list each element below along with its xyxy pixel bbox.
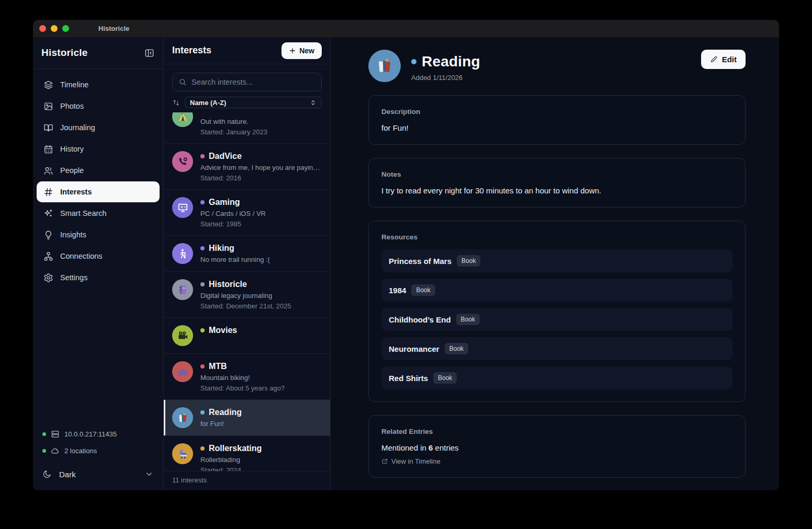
interest-list-item[interactable]: Reading for Fun! bbox=[164, 400, 330, 436]
status-icon bbox=[51, 430, 60, 439]
sidebar-item[interactable]: Connections bbox=[37, 246, 160, 267]
interest-avatar bbox=[172, 279, 193, 300]
resources-list: Princess of Mars Book 1984 Book Childhoo… bbox=[381, 249, 732, 389]
added-date: Added 1/11/2026 bbox=[411, 74, 480, 82]
new-interest-button[interactable]: New bbox=[281, 42, 322, 59]
sidebar-item-icon bbox=[43, 251, 53, 261]
theme-selector[interactable]: Dark bbox=[36, 462, 160, 486]
interest-list-item[interactable]: Movies bbox=[164, 318, 330, 354]
sidebar-item[interactable]: People bbox=[37, 160, 160, 181]
resource-row[interactable]: Neuromancer Book bbox=[381, 337, 732, 360]
sidebar-item[interactable]: Timeline bbox=[37, 74, 160, 95]
sidebar-item[interactable]: Settings bbox=[37, 267, 160, 288]
resource-title: Princess of Mars bbox=[389, 257, 452, 266]
sidebar-item-label: Smart Search bbox=[60, 209, 107, 217]
sidebar-item[interactable]: Smart Search bbox=[37, 203, 160, 224]
sidebar-item-label: People bbox=[60, 166, 84, 175]
sidebar-item-icon bbox=[43, 230, 53, 240]
interest-avatar bbox=[172, 243, 193, 264]
sidebar-item[interactable]: Journaling bbox=[37, 117, 160, 138]
sidebar-item[interactable]: Interests bbox=[37, 181, 160, 202]
interest-description: No more trail running :( bbox=[200, 256, 322, 263]
interest-description: Mountain biking! bbox=[200, 374, 322, 382]
resource-row[interactable]: Princess of Mars Book bbox=[381, 249, 732, 272]
description-card: Description for Fun! bbox=[368, 95, 746, 145]
interest-avatar bbox=[172, 151, 193, 172]
sidebar-item-icon bbox=[43, 166, 53, 176]
sidebar-item-icon bbox=[43, 273, 53, 283]
interest-title: Hiking bbox=[209, 244, 234, 253]
interest-title: Historicle bbox=[209, 280, 247, 289]
sidebar-collapse-icon[interactable] bbox=[143, 47, 155, 59]
plus-icon bbox=[289, 47, 296, 54]
close-window-button[interactable] bbox=[39, 25, 46, 32]
interest-description: PC / Cards / iOS / VR bbox=[200, 210, 322, 217]
interest-list-item[interactable]: DadVice Advice from me, I hope you are p… bbox=[164, 144, 330, 190]
interest-avatar bbox=[172, 407, 193, 428]
sidebar-item-label: Interests bbox=[60, 188, 92, 196]
interest-list-item[interactable]: Out with nature. Started: January 2023 bbox=[164, 112, 330, 144]
interest-list-item[interactable]: Gaming PC / Cards / iOS / VR Started: 19… bbox=[164, 190, 330, 236]
related-entries-card: Related Entries Mentioned in 6 entries V… bbox=[368, 415, 746, 478]
interest-list-item[interactable]: Rollerskating Rollerblading Started: 202… bbox=[164, 436, 330, 471]
sidebar-item[interactable]: Photos bbox=[37, 96, 160, 117]
resource-row[interactable]: 1984 Book bbox=[381, 279, 732, 302]
search-input[interactable] bbox=[191, 78, 315, 86]
sidebar-item-label: Settings bbox=[60, 273, 87, 282]
zoom-window-button[interactable] bbox=[62, 25, 69, 32]
interest-title: Movies bbox=[209, 326, 237, 335]
description-label: Description bbox=[381, 108, 732, 116]
interest-bullet bbox=[200, 282, 205, 286]
interest-description: Digital legacy journaling bbox=[200, 292, 322, 300]
interest-list-item[interactable]: Hiking No more trail running :( bbox=[164, 236, 330, 272]
search-box bbox=[172, 73, 322, 91]
interest-avatar bbox=[172, 197, 193, 218]
interest-title: DadVice bbox=[209, 152, 242, 161]
status-label: 2 locations bbox=[64, 447, 97, 455]
interest-list-item[interactable]: MTB Mountain biking! Started: About 5 ye… bbox=[164, 354, 330, 400]
pencil-icon bbox=[710, 55, 718, 63]
edit-button[interactable]: Edit bbox=[701, 50, 746, 69]
interest-avatar bbox=[172, 443, 193, 464]
interest-avatar bbox=[172, 361, 193, 382]
interest-bullet bbox=[200, 410, 205, 415]
sort-arrows-icon bbox=[172, 99, 180, 107]
sidebar-nav: Timeline Photos Journaling Histo bbox=[33, 69, 163, 289]
related-entries-label: Related Entries bbox=[381, 428, 732, 435]
interest-description: Out with nature. bbox=[200, 118, 322, 125]
sidebar-item-label: Connections bbox=[60, 252, 103, 260]
sidebar-item-label: Timeline bbox=[60, 80, 88, 89]
sort-select-value: Name (A-Z) bbox=[190, 99, 226, 107]
connection-status: 10.0.0.217:11435 2 locations bbox=[33, 426, 163, 459]
sidebar-item-icon bbox=[43, 187, 53, 197]
chevron-down-icon bbox=[144, 469, 154, 479]
sidebar: Historicle Timeline Photos bbox=[33, 37, 164, 490]
interest-bullet bbox=[200, 154, 205, 158]
sidebar-item-label: Journaling bbox=[60, 123, 95, 132]
interest-list-item[interactable]: Historicle Digital legacy journaling Sta… bbox=[164, 272, 330, 318]
interest-started: Started: January 2023 bbox=[200, 128, 322, 136]
interest-started: Started: About 5 years ago? bbox=[200, 384, 322, 392]
resource-title: 1984 bbox=[389, 286, 406, 295]
status-row: 10.0.0.217:11435 bbox=[33, 426, 163, 442]
sidebar-item[interactable]: History bbox=[37, 139, 160, 159]
resource-row[interactable]: Red Shirts Book bbox=[381, 366, 732, 389]
status-row: 2 locations bbox=[33, 442, 163, 459]
interest-title: Gaming bbox=[209, 198, 240, 207]
sort-select[interactable]: Name (A-Z) bbox=[185, 97, 322, 108]
select-chevrons-icon bbox=[310, 99, 317, 106]
interest-bullet bbox=[200, 200, 205, 204]
sidebar-item[interactable]: Insights bbox=[37, 224, 160, 245]
resources-card: Resources Princess of Mars Book 1984 Boo… bbox=[368, 221, 746, 402]
interest-list: Out with nature. Started: January 2023 D… bbox=[164, 112, 330, 471]
title-bar: Historicle bbox=[33, 20, 779, 37]
app-name: Historicle bbox=[41, 47, 88, 59]
resource-row[interactable]: Childhood’s End Book bbox=[381, 308, 732, 331]
view-in-timeline-link[interactable]: View in Timeline bbox=[381, 457, 732, 465]
interests-panel: Interests New Name (A-Z) bbox=[164, 37, 331, 490]
resource-title: Red Shirts bbox=[389, 374, 428, 383]
interest-count: 11 interests bbox=[164, 471, 330, 490]
notes-card: Notes I try to read every night for 30 m… bbox=[368, 158, 746, 208]
minimize-window-button[interactable] bbox=[51, 25, 58, 32]
interest-title: Reading bbox=[209, 408, 242, 417]
